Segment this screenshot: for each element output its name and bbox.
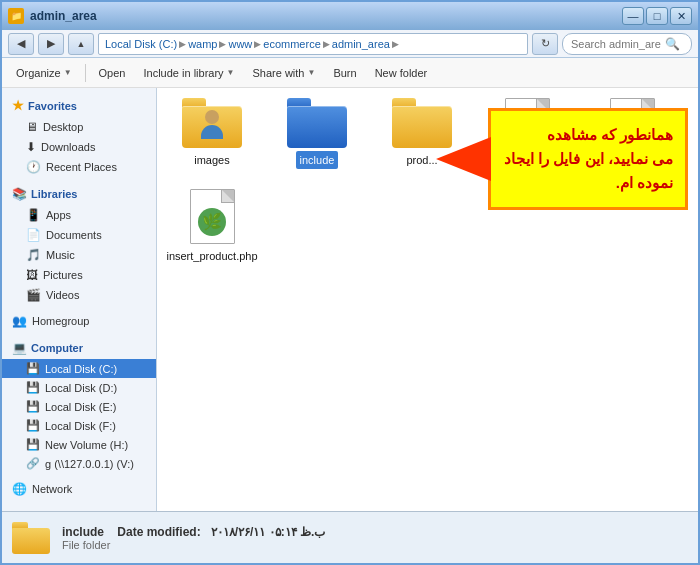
php-file-icon-insert: 🌿 <box>190 189 235 244</box>
sidebar-item-music[interactable]: 🎵 Music <box>2 245 156 265</box>
burn-button[interactable]: Burn <box>325 64 364 82</box>
drive-d-label: Local Disk (D:) <box>45 382 117 394</box>
annotation-box: همانطور که مشاهده می نمایید، این فایل را… <box>488 108 688 210</box>
sidebar-item-recent-places[interactable]: 🕐 Recent Places <box>2 157 156 177</box>
sidebar-item-new-volume-h[interactable]: 💾 New Volume (H:) <box>2 435 156 454</box>
videos-label: Videos <box>46 289 79 301</box>
file-label: include <box>296 151 339 169</box>
address-bar: ◀ ▶ ▲ Local Disk (C:) ▶ wamp ▶ www ▶ eco… <box>2 30 698 58</box>
sidebar-item-local-disk-f[interactable]: 💾 Local Disk (F:) <box>2 416 156 435</box>
path-arrow-1: ▶ <box>179 39 186 49</box>
desktop-icon: 🖥 <box>26 120 38 134</box>
network-icon: 🌐 <box>12 482 27 496</box>
drive-f-label: Local Disk (F:) <box>45 420 116 432</box>
open-label: Open <box>99 67 126 79</box>
libraries-label: Libraries <box>31 188 77 200</box>
homegroup-section: 👥 Homegroup <box>2 311 156 331</box>
apps-label: Apps <box>46 209 71 221</box>
sidebar-item-network-v[interactable]: 🔗 g (\\127.0.0.1) (V:) <box>2 454 156 473</box>
refresh-button[interactable]: ↻ <box>532 33 558 55</box>
maximize-button[interactable]: □ <box>646 7 668 25</box>
forward-button[interactable]: ▶ <box>38 33 64 55</box>
annotation-arrow <box>436 137 491 181</box>
homegroup-icon: 👥 <box>12 314 27 328</box>
sidebar-item-homegroup[interactable]: 👥 Homegroup <box>2 311 156 331</box>
title-bar: 📁 admin_area — □ ✕ <box>2 2 698 30</box>
computer-label: Computer <box>31 342 83 354</box>
path-segment-1[interactable]: Local Disk (C:) <box>105 38 177 50</box>
address-path[interactable]: Local Disk (C:) ▶ wamp ▶ www ▶ ecommerce… <box>98 33 528 55</box>
php-icon-content: 🌿 <box>195 204 230 239</box>
search-icon: 🔍 <box>665 37 680 51</box>
organize-button[interactable]: Organize ▼ <box>8 64 80 82</box>
desktop-label: Desktop <box>43 121 83 133</box>
path-segment-3[interactable]: www <box>228 38 252 50</box>
new-folder-button[interactable]: New folder <box>367 64 436 82</box>
open-button[interactable]: Open <box>91 64 134 82</box>
include-label: Include in library <box>143 67 223 79</box>
music-icon: 🎵 <box>26 248 41 262</box>
sidebar-item-local-disk-c[interactable]: 💾 Local Disk (C:) <box>2 359 156 378</box>
organize-dropdown-arrow: ▼ <box>64 68 72 77</box>
title-bar-left: 📁 admin_area <box>8 8 97 24</box>
up-button[interactable]: ▲ <box>68 33 94 55</box>
path-segment-2[interactable]: wamp <box>188 38 217 50</box>
drive-c-icon: 💾 <box>26 362 40 375</box>
computer-section: 💻 Computer 💾 Local Disk (C:) 💾 Local Dis… <box>2 337 156 473</box>
drive-h-label: New Volume (H:) <box>45 439 128 451</box>
drive-c-label: Local Disk (C:) <box>45 363 117 375</box>
path-arrow-5: ▶ <box>392 39 399 49</box>
sidebar-item-videos[interactable]: 🎬 Videos <box>2 285 156 305</box>
sidebar-item-documents[interactable]: 📄 Documents <box>2 225 156 245</box>
computer-icon: 💻 <box>12 341 27 355</box>
file-label: insert_product.php <box>162 247 261 265</box>
organize-label: Organize <box>16 67 61 79</box>
search-input[interactable] <box>571 38 661 50</box>
action-bar: Organize ▼ Open Include in library ▼ Sha… <box>2 58 698 88</box>
php-corner <box>222 190 234 202</box>
sidebar-item-desktop[interactable]: 🖥 Desktop <box>2 117 156 137</box>
window-icon: 📁 <box>8 8 24 24</box>
path-segment-5[interactable]: admin_area <box>332 38 390 50</box>
path-segment-4[interactable]: ecommerce <box>263 38 320 50</box>
drive-f-icon: 💾 <box>26 419 40 432</box>
computer-header: 💻 Computer <box>2 337 156 359</box>
include-in-library-button[interactable]: Include in library ▼ <box>135 64 242 82</box>
share-dropdown-arrow: ▼ <box>307 68 315 77</box>
list-item[interactable]: include <box>272 98 362 174</box>
file-label: images <box>190 151 233 169</box>
list-item[interactable]: images <box>167 98 257 174</box>
sidebar-item-local-disk-e[interactable]: 💾 Local Disk (E:) <box>2 397 156 416</box>
path-arrow-2: ▶ <box>219 39 226 49</box>
search-box[interactable]: 🔍 <box>562 33 692 55</box>
status-bar: include Date modified: ۲۰۱۸/۲۶/۱۱ ب.ظ ۰۵… <box>2 511 698 563</box>
status-modified-label: Date modified: <box>117 525 200 539</box>
annotation-line1: همانطور که مشاهده <box>547 126 673 143</box>
sidebar-item-network[interactable]: 🌐 Network <box>2 479 156 499</box>
folder-avatar <box>201 110 223 139</box>
minimize-button[interactable]: — <box>622 7 644 25</box>
videos-icon: 🎬 <box>26 288 41 302</box>
downloads-icon: ⬇ <box>26 140 36 154</box>
sidebar-item-pictures[interactable]: 🖼 Pictures <box>2 265 156 285</box>
sidebar-item-apps[interactable]: 📱 Apps <box>2 205 156 225</box>
status-info: include Date modified: ۲۰۱۸/۲۶/۱۱ ب.ظ ۰۵… <box>62 525 325 551</box>
libraries-icon: 📚 <box>12 187 27 201</box>
network-label: Network <box>32 483 72 495</box>
include-dropdown-arrow: ▼ <box>227 68 235 77</box>
pictures-label: Pictures <box>43 269 83 281</box>
window-title: admin_area <box>30 9 97 23</box>
drive-e-label: Local Disk (E:) <box>45 401 117 413</box>
folder-icon-include <box>287 98 347 148</box>
list-item[interactable]: 🌿 insert_product.php <box>167 189 257 265</box>
libraries-header: 📚 Libraries <box>2 183 156 205</box>
status-name-value: include <box>62 525 104 539</box>
status-modified-value: ۲۰۱۸/۲۶/۱۱ ب.ظ ۰۵:۱۴ <box>211 525 326 539</box>
new-folder-label: New folder <box>375 67 428 79</box>
sidebar-item-downloads[interactable]: ⬇ Downloads <box>2 137 156 157</box>
back-button[interactable]: ◀ <box>8 33 34 55</box>
sidebar-item-local-disk-d[interactable]: 💾 Local Disk (D:) <box>2 378 156 397</box>
recent-label: Recent Places <box>46 161 117 173</box>
share-with-button[interactable]: Share with ▼ <box>245 64 324 82</box>
close-button[interactable]: ✕ <box>670 7 692 25</box>
